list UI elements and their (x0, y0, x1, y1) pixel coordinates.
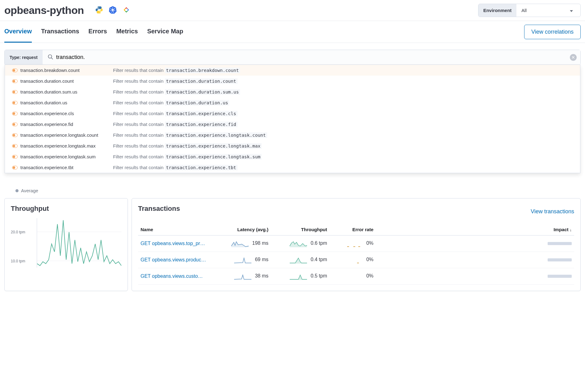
suggestion-code: transaction.experience.longtask.count (165, 132, 267, 138)
environment-dropdown[interactable]: All (516, 4, 580, 17)
suggestion-field: transaction.experience.longtask.count (20, 132, 113, 138)
col-name[interactable]: Name (138, 224, 215, 236)
page-header: opbeans-python Environment All (0, 0, 585, 21)
col-throughput[interactable]: Throughput (271, 224, 330, 236)
suggestion-field: transaction.experience.cls (20, 111, 113, 116)
transactions-panel: Transactions View transactions Name Late… (132, 198, 581, 291)
legend-average-label: Average (21, 188, 38, 193)
search-icon (43, 54, 56, 60)
suggestion-code: transaction.experience.tbt (165, 165, 238, 170)
tabs-row: Overview Transactions Errors Metrics Ser… (0, 21, 585, 43)
gcp-icon (122, 6, 131, 15)
col-error-rate[interactable]: Error rate (330, 224, 376, 236)
transaction-name-link[interactable]: GET opbeans.views.custo… (141, 273, 203, 279)
content: Type: request ✕ transaction.breakdown.co… (0, 43, 585, 298)
y-tick: 10.0 tpm (11, 259, 25, 263)
clear-search-button[interactable]: ✕ (570, 54, 577, 61)
field-type-icon (12, 90, 18, 94)
suggestion-item[interactable]: transaction.experience.tbtFilter results… (5, 162, 580, 173)
suggestion-hint: Filter results that contain transaction.… (113, 111, 238, 116)
throughput-panel: Throughput 20.0 tpm 10.0 tpm (4, 198, 128, 291)
col-impact[interactable]: Impact↓ (376, 224, 574, 236)
svg-point-1 (100, 12, 101, 13)
chevron-down-icon (570, 8, 573, 13)
error-rate-cell: 0% (330, 236, 376, 252)
suggestion-hint: Filter results that contain transaction.… (113, 100, 229, 105)
latency-cell: 69 ms (215, 252, 271, 268)
throughput-cell: 0.6 tpm (271, 236, 330, 252)
sort-down-icon: ↓ (570, 227, 572, 232)
service-icons (95, 6, 131, 15)
suggestion-code: transaction.experience.cls (165, 111, 238, 116)
search-bar: Type: request ✕ (5, 50, 580, 65)
type-filter-badge[interactable]: Type: request (5, 50, 43, 65)
suggestion-item[interactable]: transaction.experience.fidFilter results… (5, 119, 580, 130)
suggestion-code: transaction.duration.us (165, 100, 229, 106)
suggestion-hint: Filter results that contain transaction.… (113, 89, 240, 94)
environment-value: All (521, 8, 527, 13)
throughput-title: Throughput (11, 205, 121, 213)
suggestion-code: transaction.duration.sum.us (165, 89, 240, 95)
transaction-name-link[interactable]: GET opbeans.views.produc… (141, 257, 206, 262)
average-legend: Average (4, 187, 581, 194)
kubernetes-icon (108, 6, 117, 15)
svg-point-12 (48, 55, 52, 58)
throughput-chart: 20.0 tpm 10.0 tpm (11, 218, 121, 268)
suggestion-hint: Filter results that contain transaction.… (113, 154, 262, 159)
service-name: opbeans-python (4, 4, 84, 16)
suggestion-item[interactable]: transaction.experience.longtask.countFil… (5, 130, 580, 140)
impact-cell (376, 268, 574, 285)
tab-overview[interactable]: Overview (4, 21, 32, 43)
suggestion-hint: Filter results that contain transaction.… (113, 122, 238, 127)
suggestion-field: transaction.duration.us (20, 100, 113, 105)
suggestion-item[interactable]: transaction.duration.usFilter results th… (5, 97, 580, 108)
field-type-icon (12, 69, 18, 72)
suggestion-item[interactable]: transaction.experience.clsFilter results… (5, 108, 580, 119)
latency-cell: 198 ms (215, 236, 271, 252)
impact-cell (376, 252, 574, 268)
suggestion-field: transaction.breakdown.count (20, 68, 113, 73)
field-type-icon (12, 101, 18, 105)
legend-dot-icon (15, 189, 19, 192)
latency-cell: 38 ms (215, 268, 271, 285)
transactions-table: Name Latency (avg.) Throughput Error rat… (138, 224, 574, 285)
tab-metrics[interactable]: Metrics (116, 21, 138, 43)
tab-errors[interactable]: Errors (88, 21, 107, 43)
error-rate-cell: 0% (330, 268, 376, 285)
field-type-icon (12, 112, 18, 115)
table-row: GET opbeans.views.top_pr… 198 ms 0.6 tpm… (138, 236, 574, 252)
field-type-icon (12, 133, 18, 137)
suggestion-hint: Filter results that contain transaction.… (113, 78, 238, 84)
throughput-cell: 0.5 tpm (271, 268, 330, 285)
suggestion-field: transaction.experience.fid (20, 122, 113, 127)
svg-point-0 (98, 7, 99, 8)
search-panel: Type: request ✕ transaction.breakdown.co… (4, 50, 581, 65)
suggestion-item[interactable]: transaction.breakdown.countFilter result… (5, 65, 580, 76)
search-input[interactable] (56, 50, 570, 65)
below-search: Average (4, 187, 581, 194)
field-type-icon (12, 155, 18, 159)
panels-row: Throughput 20.0 tpm 10.0 tpm Transaction… (4, 198, 581, 291)
transactions-title: Transactions (138, 205, 180, 213)
tab-service-map[interactable]: Service Map (147, 21, 183, 43)
suggestion-field: transaction.experience.longtask.sum (20, 154, 113, 159)
y-tick: 20.0 tpm (11, 230, 25, 234)
svg-line-13 (51, 58, 53, 59)
field-type-icon (12, 123, 18, 126)
suggestion-code: transaction.experience.longtask.sum (165, 154, 262, 160)
throughput-cell: 0.4 tpm (271, 252, 330, 268)
col-latency[interactable]: Latency (avg.) (215, 224, 271, 236)
view-correlations-button[interactable]: View correlations (524, 25, 581, 39)
impact-cell (376, 236, 574, 252)
tab-transactions[interactable]: Transactions (41, 21, 79, 43)
suggestion-hint: Filter results that contain transaction.… (113, 165, 238, 170)
view-transactions-link[interactable]: View transactions (531, 208, 574, 215)
suggestion-item[interactable]: transaction.experience.longtask.sumFilte… (5, 151, 580, 162)
suggestion-hint: Filter results that contain transaction.… (113, 132, 267, 138)
suggestion-code: transaction.experience.fid (165, 122, 238, 127)
transaction-name-link[interactable]: GET opbeans.views.top_pr… (141, 241, 205, 246)
suggestion-item[interactable]: transaction.duration.sum.usFilter result… (5, 86, 580, 97)
chart-area (37, 218, 121, 268)
suggestion-item[interactable]: transaction.experience.longtask.maxFilte… (5, 140, 580, 151)
suggestion-item[interactable]: transaction.duration.countFilter results… (5, 76, 580, 86)
